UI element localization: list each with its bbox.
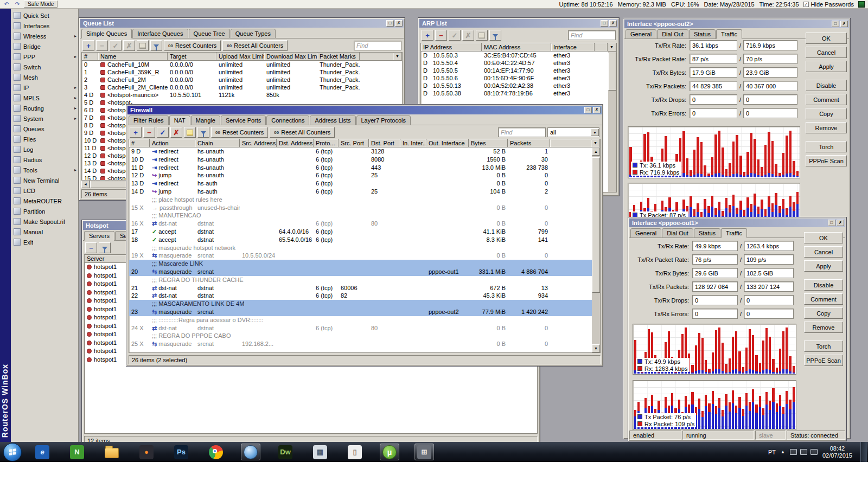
firewall-comment-row[interactable]: ;;; MANUTENCAO (129, 211, 600, 220)
queue-list-titlebar[interactable]: Queue List □ ✗ (80, 19, 404, 28)
sidebar-item-bridge[interactable]: Bridge (11, 41, 78, 52)
reset-all-counters-button[interactable]: 00Reset All Counters (222, 40, 288, 51)
column-header-src-port[interactable]: Src. Port (339, 139, 369, 147)
taskbar-icon-windows-explorer[interactable] (102, 444, 122, 460)
maximize-button[interactable]: □ (832, 21, 839, 27)
sidebar-item-radius[interactable]: Radius (11, 155, 78, 165)
sidebar-item-system[interactable]: System▸ (11, 113, 78, 124)
firewall-rule-row[interactable]: 14 D↪jumphs-auth6 (tcp)25104 B2 (129, 188, 600, 196)
pppoe-out1-tab-dial-out[interactable]: Dial Out (662, 228, 693, 238)
find-input[interactable]: Find (568, 30, 616, 40)
remove-button[interactable]: − (85, 242, 97, 253)
interface-titlebar[interactable]: Interface <pppoe-out1> □ ✗ (629, 219, 845, 227)
sidebar-item-metarouter[interactable]: MetaROUTER (11, 196, 78, 206)
sidebar-item-partition[interactable]: Partition (11, 206, 78, 216)
sidebar-item-quick-set[interactable]: Quick Set (11, 10, 78, 21)
enable-button[interactable]: ✓ (110, 40, 122, 51)
column-header--[interactable]: # (82, 53, 98, 61)
firewall-tab-filter-rules[interactable]: Filter Rules (129, 115, 169, 125)
sidebar-item-wireless[interactable]: Wireless▸ (11, 31, 78, 41)
arp-row[interactable]: D10.5.50.1300:0A:52:02:A2:38ether3 (421, 82, 616, 89)
reset-all-counters-button[interactable]: 00Reset All Counters (270, 127, 335, 138)
scroll-thumb[interactable] (592, 157, 600, 293)
disable-button[interactable]: ✗ (462, 30, 474, 41)
column-header-proto-[interactable]: Proto... (314, 139, 339, 147)
column-chooser-button[interactable]: ▼ (608, 43, 616, 52)
taskbar-icon-calculator[interactable]: ▦ (310, 444, 330, 460)
comment-button[interactable]: Comment (804, 293, 843, 305)
column-header-chain[interactable]: Chain (195, 139, 240, 147)
taskbar-icon-dreamweaver[interactable]: Dw (276, 444, 295, 460)
close-button[interactable]: ✗ (593, 107, 601, 113)
sidebar-item-mesh[interactable]: Mesh (11, 72, 78, 82)
filter-button[interactable] (489, 30, 501, 41)
sidebar-item-tools[interactable]: Tools▸ (11, 165, 78, 175)
maximize-button[interactable]: □ (601, 20, 608, 27)
comment-button[interactable] (184, 127, 196, 138)
column-header-out-interface[interactable]: Out. Interface (426, 139, 469, 147)
taskbar-icon-internet-explorer[interactable]: e (33, 444, 52, 460)
remove-button[interactable]: Remove (806, 122, 847, 133)
filter-button[interactable] (150, 40, 162, 51)
firewall-rule-row[interactable]: 11 D⇥redirecths-unauth6 (tcp)44313.0 MiB… (129, 164, 600, 172)
queue-row[interactable]: 4 D<hotspot-mauricio>10.5.50.1011121k850… (82, 91, 402, 99)
column-header-bytes[interactable]: Bytes (469, 139, 508, 147)
column-header--[interactable]: # (129, 139, 150, 147)
maximize-button[interactable]: □ (828, 220, 835, 226)
ok-button[interactable]: OK (806, 33, 847, 44)
firewall-comment-row[interactable]: ;;; Mascarede LINK (129, 260, 600, 268)
scroll-down-button[interactable]: ▼ (592, 344, 600, 352)
sidebar-item-manual[interactable]: Manual (11, 227, 78, 237)
cancel-button[interactable]: Cancel (804, 246, 843, 258)
disable-button[interactable]: ✗ (170, 127, 182, 138)
torch-button[interactable]: Torch (804, 341, 843, 352)
interface-titlebar[interactable]: Interface <pppoe-out2> □ ✗ (624, 20, 849, 28)
scroll-up-button[interactable]: ▲ (592, 147, 600, 156)
apply-button[interactable]: Apply (804, 260, 843, 272)
taskbar-icon-notepad-plus-plus[interactable]: N (67, 444, 87, 460)
column-header-target[interactable]: Target (168, 53, 216, 61)
column-header-mac-address[interactable]: MAC Address (482, 43, 551, 52)
sidebar-item-make-supout-rif[interactable]: Make Supout.rif (11, 216, 78, 227)
firewall-tab-mangle[interactable]: Mangle (191, 115, 220, 125)
pppoe-out2-tab-general[interactable]: General (626, 29, 656, 39)
firewall-rule-row[interactable]: 23⇆masqueradesrcnatpppoe-out277.9 MiB1 4… (129, 308, 600, 316)
column-header-dst-address[interactable]: Dst. Address (277, 139, 314, 147)
column-header-interface[interactable]: Interface (551, 43, 595, 52)
reset-counters-button[interactable]: 00Reset Counters (164, 40, 221, 51)
close-button[interactable]: ✗ (395, 20, 403, 27)
firewall-comment-row[interactable]: ;;; REGRA DO THUNDER CACHE (129, 276, 600, 284)
torch-button[interactable]: Torch (806, 141, 847, 152)
pppoe-out2-tab-traffic[interactable]: Traffic (716, 29, 742, 39)
firewall-rule-row[interactable]: 15 X→passthroughunused-hs-chain0 B0 (129, 204, 600, 212)
queue-row[interactable]: 3CacheFull_2M_Clientes...0.0.0.0/0unlimi… (82, 84, 402, 91)
sidebar-item-switch[interactable]: Switch (11, 62, 78, 72)
arp-row[interactable]: D10.5.50.400:E0:4C:22:4D:57ether3 (421, 59, 616, 67)
close-button[interactable]: ✗ (840, 21, 848, 27)
sidebar-item-new-terminal[interactable]: New Terminal (11, 175, 78, 185)
arp-row[interactable]: D10.5.50.3808:10:74:78:19:B6ether3 (421, 89, 616, 97)
scroll-thumb[interactable] (608, 53, 616, 91)
sidebar-item-interfaces[interactable]: Interfaces (11, 21, 78, 31)
enable-button[interactable]: ✓ (157, 127, 169, 138)
firewall-rule-row[interactable]: 24 X⇄dst-natdstnat6 (tcp)800 B0 (129, 324, 600, 332)
vertical-scrollbar[interactable]: ▲▼ (592, 147, 600, 352)
column-header-name[interactable]: Name (98, 53, 168, 61)
close-button[interactable]: ✗ (837, 220, 844, 226)
column-header-src-address[interactable]: Src. Address (240, 139, 277, 147)
firewall-comment-row[interactable]: ;;; MASCARAMENTO LINK DE 4M (129, 300, 600, 308)
add-button[interactable]: + (130, 127, 142, 138)
filter-button[interactable] (99, 242, 111, 253)
add-button[interactable]: + (422, 30, 433, 41)
firewall-comment-row[interactable]: ;;; REGRA DO PPPOE CABO (129, 332, 600, 340)
sidebar-item-queues[interactable]: Queues (11, 124, 78, 134)
queue-row[interactable]: 2CacheFull_2M0.0.0.0/0unlimitedunlimited… (82, 76, 402, 84)
taskbar-icon-photoshop[interactable]: Ps (171, 444, 191, 460)
queue-tab-simple-queues[interactable]: Simple Queues (81, 29, 132, 38)
remove-button[interactable]: − (96, 40, 108, 51)
enable-button[interactable]: ✓ (449, 30, 461, 41)
queue-tab-queue-tree[interactable]: Queue Tree (189, 29, 230, 38)
sidebar-item-mpls[interactable]: MPLS▸ (11, 93, 78, 103)
action-center-icon[interactable] (790, 449, 797, 455)
find-input[interactable]: Find (498, 127, 546, 137)
